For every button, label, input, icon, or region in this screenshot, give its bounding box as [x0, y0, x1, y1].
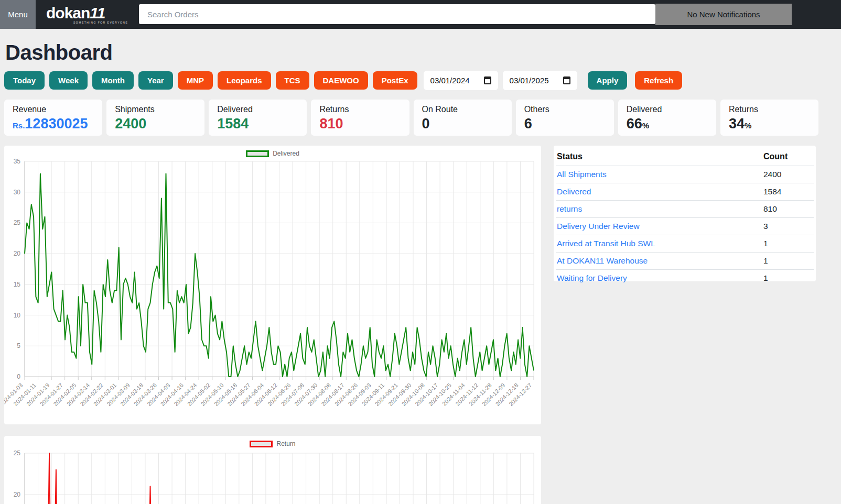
stat-card-others: Others 6: [516, 100, 614, 136]
return-legend-label: Return: [276, 440, 295, 447]
delivered-line-chart: 2024-01-032024-01-112024-01-192024-01-27…: [4, 146, 541, 424]
stat-value: 34: [729, 116, 745, 132]
svg-text:5: 5: [17, 342, 20, 349]
stat-value: 810: [319, 116, 343, 132]
top-navbar: Menu dokan11 SOMETHING FOR EVERYONE No N…: [0, 0, 841, 29]
status-column-header: Status: [556, 149, 762, 166]
stat-card-delivered: Delivered 1584: [209, 100, 307, 136]
stat-card-on-route: On Route 0: [414, 100, 512, 136]
svg-text:25: 25: [14, 219, 21, 226]
menu-button[interactable]: Menu: [0, 0, 36, 29]
courier-postex-button[interactable]: PostEx: [373, 71, 417, 90]
chart-legend[interactable]: Return: [4, 440, 541, 447]
date-to-input[interactable]: 03/01/2025: [503, 71, 577, 90]
courier-leopards-button[interactable]: Leopards: [218, 71, 271, 90]
table-row: All Shipments2400: [556, 166, 814, 183]
status-count: 1584: [762, 183, 814, 201]
stat-card-revenue: Revenue Rs.12830025: [4, 100, 102, 136]
page-title: Dashboard: [5, 41, 112, 64]
table-row: returns810: [556, 201, 814, 218]
stat-label: On Route: [422, 105, 503, 114]
status-link[interactable]: Delivered: [557, 187, 591, 196]
courier-daewoo-button[interactable]: DAEWOO: [314, 71, 368, 90]
stat-label: Shipments: [115, 105, 196, 114]
count-column-header: Count: [762, 149, 814, 166]
stat-value: 1584: [217, 116, 249, 132]
delivered-chart-panel: 2024-01-032024-01-112024-01-192024-01-27…: [4, 146, 541, 424]
filter-week-button[interactable]: Week: [49, 71, 88, 90]
svg-text:15: 15: [14, 281, 21, 288]
app-logo: dokan11 SOMETHING FOR EVERYONE: [46, 5, 138, 24]
stat-card-returns: Returns 810: [311, 100, 409, 136]
status-link[interactable]: returns: [557, 204, 582, 213]
table-row: Delivery Under Review3: [556, 218, 814, 235]
svg-text:35: 35: [14, 158, 21, 165]
stat-value: 0: [422, 116, 430, 132]
stat-value: 6: [524, 116, 532, 132]
table-row: Arrived at Transit Hub SWL1: [556, 235, 814, 253]
notifications-button[interactable]: No New Notifications: [655, 4, 792, 25]
refresh-button[interactable]: Refresh: [635, 71, 682, 90]
filter-today-button[interactable]: Today: [4, 71, 45, 90]
delivered-legend-label: Delivered: [273, 150, 299, 157]
stat-value: 2400: [115, 116, 146, 132]
status-count: 1: [762, 253, 814, 270]
svg-text:10: 10: [14, 312, 21, 319]
status-link[interactable]: At DOKAN11 Warehouse: [557, 256, 648, 265]
stat-label: Returns: [319, 105, 401, 114]
logo-number: 11: [90, 4, 105, 21]
status-table: Status Count All Shipments2400Delivered1…: [556, 149, 814, 287]
apply-button[interactable]: Apply: [588, 71, 628, 90]
svg-text:25: 25: [14, 450, 21, 457]
stat-card-returns-pct: Returns 34%: [720, 100, 818, 136]
percent-suffix: %: [745, 121, 751, 130]
return-chart-panel: 2024-01-032024-01-112024-01-192024-01-27…: [4, 436, 541, 504]
status-link[interactable]: Arrived at Transit Hub SWL: [557, 239, 655, 248]
status-count: 1: [762, 270, 814, 287]
svg-text:30: 30: [14, 189, 21, 196]
search-input[interactable]: [139, 4, 655, 24]
svg-text:0: 0: [17, 373, 20, 380]
table-row: Delivered1584: [556, 183, 814, 201]
stat-label: Revenue: [13, 105, 94, 114]
status-link[interactable]: All Shipments: [557, 170, 607, 179]
stat-card-delivered-pct: Delivered 66%: [618, 100, 716, 136]
stat-label: Others: [524, 105, 606, 114]
status-link[interactable]: Waiting for Delivery: [557, 273, 627, 282]
stat-label: Returns: [729, 105, 810, 114]
delivered-legend-swatch: [246, 150, 269, 157]
calendar-icon[interactable]: [563, 76, 570, 84]
logo-tagline: SOMETHING FOR EVERYONE: [73, 21, 138, 24]
stat-card-shipments: Shipments 2400: [106, 100, 204, 136]
logo-text: dokan: [46, 4, 90, 21]
filter-month-button[interactable]: Month: [92, 71, 134, 90]
stat-label: Delivered: [217, 105, 298, 114]
status-count: 3: [762, 218, 814, 235]
stat-label: Delivered: [627, 105, 708, 114]
stats-row: Revenue Rs.12830025 Shipments 2400 Deliv…: [4, 100, 818, 136]
calendar-icon[interactable]: [484, 76, 491, 84]
table-row: At DOKAN11 Warehouse1: [556, 253, 814, 270]
status-table-panel: Status Count All Shipments2400Delivered1…: [554, 146, 816, 281]
courier-mnp-button[interactable]: MNP: [178, 71, 213, 90]
filter-toolbar: Today Week Month Year MNP Leopards TCS D…: [4, 71, 682, 90]
currency-prefix: Rs.: [13, 121, 25, 130]
table-row: Waiting for Delivery1: [556, 270, 814, 287]
filter-year-button[interactable]: Year: [138, 71, 173, 90]
date-to-value: 03/01/2025: [510, 76, 549, 85]
date-from-input[interactable]: 03/01/2024: [424, 71, 498, 90]
return-legend-swatch: [250, 441, 273, 447]
svg-text:20: 20: [14, 491, 21, 498]
svg-text:20: 20: [14, 250, 21, 257]
chart-legend[interactable]: Delivered: [4, 150, 541, 157]
date-from-value: 03/01/2024: [430, 76, 470, 85]
status-count: 810: [762, 201, 814, 218]
courier-tcs-button[interactable]: TCS: [276, 71, 309, 90]
status-count: 1: [762, 235, 814, 253]
stat-value: 12830025: [25, 116, 88, 132]
status-link[interactable]: Delivery Under Review: [557, 222, 640, 231]
status-count: 2400: [762, 166, 814, 183]
percent-suffix: %: [642, 121, 649, 130]
stat-value: 66: [627, 116, 642, 132]
